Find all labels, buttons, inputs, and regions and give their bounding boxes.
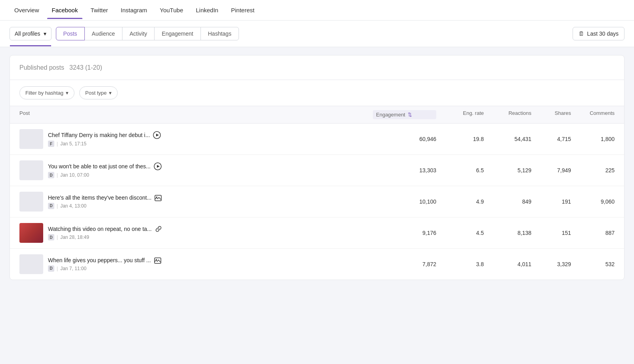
- post-title: Here's all the items they've been discon…: [48, 194, 162, 201]
- tab-engagement[interactable]: Engagement: [154, 27, 201, 40]
- nav-youtube[interactable]: YouTube: [155, 1, 188, 19]
- shares-value: 151: [531, 230, 571, 236]
- table-row[interactable]: When life gives you peppers... you stuff…: [10, 249, 624, 280]
- post-thumbnail: [19, 129, 43, 149]
- toolbar-left: All profiles ▾ Posts Audience Activity E…: [10, 27, 239, 40]
- calendar-icon: 🗓: [579, 30, 584, 37]
- post-info: Chef Tiffany Derry is making her debut i…: [48, 131, 161, 147]
- sort-icon: ⇅: [408, 112, 412, 118]
- engagement-value: 13,303: [373, 167, 436, 173]
- col-engagement[interactable]: Engagement ⇅: [373, 110, 436, 119]
- filter-row: Filter by hashtag ▾ Post type ▾: [10, 80, 624, 106]
- post-type-icon: [155, 194, 162, 201]
- tab-audience[interactable]: Audience: [84, 27, 122, 40]
- reactions-value: 4,011: [484, 261, 531, 267]
- col-post: Post: [19, 110, 373, 119]
- post-cell: Here's all the items they've been discon…: [19, 192, 373, 212]
- date-range-label: Last 30 days: [587, 30, 619, 37]
- engagement-value: 7,872: [373, 261, 436, 267]
- post-meta: D | Jan 10, 07:00: [48, 172, 162, 178]
- date-range-button[interactable]: 🗓 Last 30 days: [573, 27, 624, 40]
- chevron-down-icon: ▾: [44, 30, 46, 37]
- post-cell: When life gives you peppers... you stuff…: [19, 254, 373, 274]
- post-meta: F | Jan 5, 17:15: [48, 141, 161, 147]
- post-type-icon: [153, 131, 161, 139]
- top-navigation: Overview Facebook Twitter Instagram YouT…: [0, 0, 634, 21]
- post-cell: Chef Tiffany Derry is making her debut i…: [19, 129, 373, 149]
- profile-badge: D: [48, 172, 54, 178]
- comments-value: 1,800: [571, 136, 615, 142]
- post-thumbnail: [19, 223, 43, 243]
- reactions-value: 849: [484, 198, 531, 205]
- chevron-down-icon: ▾: [66, 90, 69, 96]
- reactions-value: 8,138: [484, 230, 531, 236]
- nav-facebook[interactable]: Facebook: [47, 1, 83, 19]
- svg-point-5: [156, 196, 157, 198]
- svg-marker-3: [157, 165, 160, 168]
- post-title: You won't be able to eat just one of the…: [48, 162, 162, 170]
- engagement-value: 10,100: [373, 198, 436, 205]
- post-type-icon: [154, 162, 162, 170]
- comments-value: 225: [571, 167, 615, 173]
- reactions-value: 5,129: [484, 167, 531, 173]
- eng-rate-value: 6.5: [436, 167, 484, 173]
- table-row[interactable]: Chef Tiffany Derry is making her debut i…: [10, 124, 624, 155]
- table-row[interactable]: Here's all the items they've been discon…: [10, 186, 624, 217]
- comments-value: 887: [571, 230, 615, 236]
- profile-badge: D: [48, 234, 54, 240]
- col-reactions: Reactions: [484, 110, 531, 119]
- svg-marker-1: [156, 134, 159, 137]
- chevron-down-icon: ▾: [109, 90, 112, 96]
- nav-instagram[interactable]: Instagram: [116, 1, 152, 19]
- col-shares: Shares: [531, 110, 571, 119]
- col-eng-rate: Eng. rate: [436, 110, 484, 119]
- post-type-filter-button[interactable]: Post type ▾: [79, 86, 118, 99]
- nav-linkedin[interactable]: LinkedIn: [191, 1, 223, 19]
- hashtag-filter-button[interactable]: Filter by hashtag ▾: [19, 86, 74, 99]
- col-comments: Comments: [571, 110, 615, 119]
- section-title: Published posts 3243 (1-20): [19, 63, 615, 72]
- tab-posts[interactable]: Posts: [56, 27, 85, 40]
- engagement-value: 60,946: [373, 136, 436, 142]
- post-type-icon: [154, 257, 161, 263]
- post-meta: D | Jan 4, 13:00: [48, 203, 162, 209]
- tab-activity[interactable]: Activity: [122, 27, 155, 40]
- tab-group: Posts Audience Activity Engagement Hasht…: [56, 27, 239, 40]
- eng-rate-value: 19.8: [436, 136, 484, 142]
- tab-hashtags[interactable]: Hashtags: [201, 27, 239, 40]
- post-title: When life gives you peppers... you stuff…: [48, 257, 161, 263]
- posts-section: Published posts 3243 (1-20) Filter by ha…: [10, 55, 624, 280]
- post-info: Watching this video on repeat, no one ta…: [48, 225, 162, 240]
- post-thumbnail: [19, 192, 43, 212]
- eng-rate-value: 4.9: [436, 198, 484, 205]
- shares-value: 7,949: [531, 167, 571, 173]
- nav-pinterest[interactable]: Pinterest: [226, 1, 259, 19]
- nav-twitter[interactable]: Twitter: [86, 1, 113, 19]
- post-title: Chef Tiffany Derry is making her debut i…: [48, 131, 161, 139]
- post-info: Here's all the items they've been discon…: [48, 194, 162, 209]
- post-thumbnail: [19, 160, 43, 180]
- post-date: Jan 5, 17:15: [60, 141, 86, 147]
- table-body: Chef Tiffany Derry is making her debut i…: [10, 124, 624, 280]
- nav-overview[interactable]: Overview: [10, 1, 44, 19]
- hashtag-filter-label: Filter by hashtag: [25, 90, 63, 96]
- comments-value: 532: [571, 261, 615, 267]
- profile-dropdown[interactable]: All profiles ▾: [10, 27, 52, 40]
- table-row[interactable]: Watching this video on repeat, no one ta…: [10, 217, 624, 249]
- post-cell: Watching this video on repeat, no one ta…: [19, 223, 373, 243]
- profile-badge: F: [48, 141, 54, 147]
- shares-value: 191: [531, 198, 571, 205]
- post-meta: D | Jan 28, 18:49: [48, 234, 162, 240]
- profile-dropdown-label: All profiles: [15, 30, 40, 37]
- engagement-value: 9,176: [373, 230, 436, 236]
- post-date: Jan 28, 18:49: [60, 234, 89, 240]
- post-cell: You won't be able to eat just one of the…: [19, 160, 373, 180]
- post-info: When life gives you peppers... you stuff…: [48, 257, 161, 271]
- comments-value: 9,060: [571, 198, 615, 205]
- profile-badge: D: [48, 265, 54, 272]
- post-info: You won't be able to eat just one of the…: [48, 162, 162, 178]
- post-type-filter-label: Post type: [85, 90, 107, 96]
- table-row[interactable]: You won't be able to eat just one of the…: [10, 155, 624, 186]
- post-date: Jan 7, 11:00: [60, 266, 86, 271]
- post-type-icon: [155, 225, 162, 233]
